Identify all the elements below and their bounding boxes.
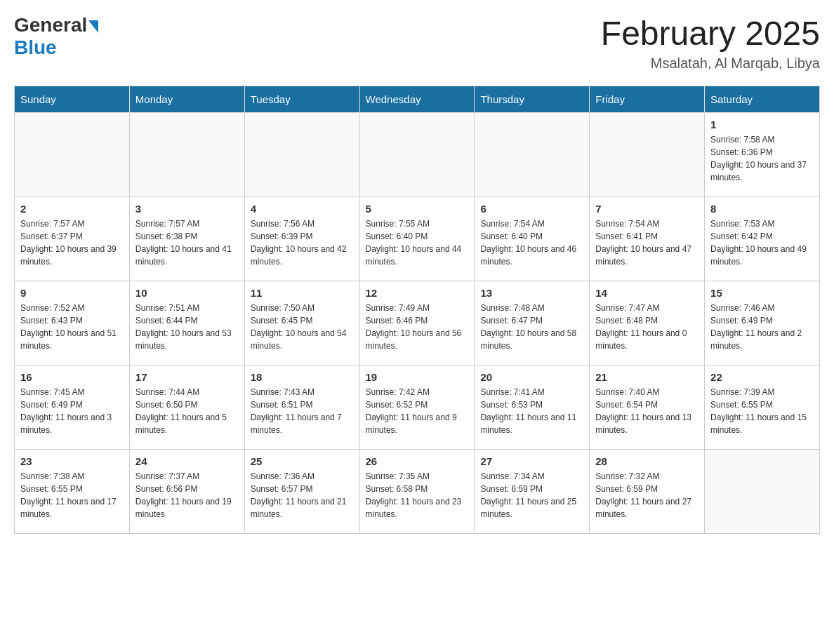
calendar-cell	[244, 113, 359, 197]
calendar-cell: 14Sunrise: 7:47 AMSunset: 6:48 PMDayligh…	[590, 281, 705, 365]
day-info: Sunrise: 7:50 AMSunset: 6:45 PMDaylight:…	[251, 302, 354, 352]
day-number: 22	[710, 371, 814, 383]
day-info: Sunrise: 7:46 AMSunset: 6:49 PMDaylight:…	[710, 302, 814, 352]
day-info: Sunrise: 7:57 AMSunset: 6:37 PMDaylight:…	[20, 217, 124, 268]
day-number: 8	[710, 203, 814, 215]
day-number: 12	[366, 287, 469, 299]
day-info: Sunrise: 7:52 AMSunset: 6:43 PMDaylight:…	[20, 302, 124, 352]
calendar-subtitle: Msalatah, Al Marqab, Libya	[601, 55, 820, 72]
day-info: Sunrise: 7:37 AMSunset: 6:56 PMDaylight:…	[135, 470, 239, 521]
day-number: 13	[480, 287, 583, 299]
day-number: 5	[366, 203, 469, 215]
weekday-header-thursday: Thursday	[475, 86, 590, 113]
weekday-header-monday: Monday	[129, 86, 244, 113]
day-info: Sunrise: 7:43 AMSunset: 6:51 PMDaylight:…	[251, 386, 354, 436]
calendar-cell: 9Sunrise: 7:52 AMSunset: 6:43 PMDaylight…	[15, 281, 130, 365]
day-info: Sunrise: 7:34 AMSunset: 6:59 PMDaylight:…	[480, 470, 583, 521]
weekday-header-tuesday: Tuesday	[244, 86, 359, 113]
day-info: Sunrise: 7:35 AMSunset: 6:58 PMDaylight:…	[366, 470, 469, 521]
calendar-cell	[590, 113, 705, 197]
day-number: 16	[20, 371, 124, 383]
calendar-cell: 23Sunrise: 7:38 AMSunset: 6:55 PMDayligh…	[15, 450, 130, 534]
calendar-cell: 8Sunrise: 7:53 AMSunset: 6:42 PMDaylight…	[705, 197, 820, 281]
weekday-header-friday: Friday	[590, 86, 705, 113]
day-number: 14	[595, 287, 699, 299]
calendar-cell: 24Sunrise: 7:37 AMSunset: 6:56 PMDayligh…	[129, 450, 244, 534]
day-number: 7	[595, 203, 699, 215]
calendar-cell: 20Sunrise: 7:41 AMSunset: 6:53 PMDayligh…	[475, 365, 590, 450]
calendar-cell: 25Sunrise: 7:36 AMSunset: 6:57 PMDayligh…	[244, 450, 359, 534]
day-info: Sunrise: 7:56 AMSunset: 6:39 PMDaylight:…	[251, 217, 354, 268]
day-info: Sunrise: 7:53 AMSunset: 6:42 PMDaylight:…	[710, 217, 814, 268]
day-number: 17	[135, 371, 239, 383]
day-number: 11	[251, 287, 354, 299]
calendar-cell	[475, 113, 590, 197]
calendar-cell: 3Sunrise: 7:57 AMSunset: 6:38 PMDaylight…	[129, 197, 244, 281]
day-info: Sunrise: 7:39 AMSunset: 6:55 PMDaylight:…	[710, 386, 814, 436]
day-info: Sunrise: 7:45 AMSunset: 6:49 PMDaylight:…	[20, 386, 124, 436]
calendar-table: SundayMondayTuesdayWednesdayThursdayFrid…	[14, 86, 820, 534]
calendar-cell: 16Sunrise: 7:45 AMSunset: 6:49 PMDayligh…	[15, 365, 130, 450]
day-number: 24	[135, 455, 239, 467]
day-number: 28	[595, 455, 699, 467]
week-row-2: 2Sunrise: 7:57 AMSunset: 6:37 PMDaylight…	[15, 197, 820, 281]
weekday-header-wednesday: Wednesday	[359, 86, 475, 113]
calendar-cell: 15Sunrise: 7:46 AMSunset: 6:49 PMDayligh…	[705, 281, 820, 365]
calendar-cell: 28Sunrise: 7:32 AMSunset: 6:59 PMDayligh…	[590, 450, 705, 534]
day-number: 21	[595, 371, 699, 383]
day-number: 18	[251, 371, 354, 383]
calendar-cell	[705, 450, 820, 534]
day-info: Sunrise: 7:54 AMSunset: 6:40 PMDaylight:…	[480, 217, 583, 268]
calendar-cell	[129, 113, 244, 197]
calendar-cell: 18Sunrise: 7:43 AMSunset: 6:51 PMDayligh…	[244, 365, 359, 450]
week-row-5: 23Sunrise: 7:38 AMSunset: 6:55 PMDayligh…	[15, 450, 820, 534]
day-number: 15	[710, 287, 814, 299]
day-info: Sunrise: 7:55 AMSunset: 6:40 PMDaylight:…	[366, 217, 469, 268]
day-info: Sunrise: 7:40 AMSunset: 6:54 PMDaylight:…	[595, 386, 699, 436]
week-row-1: 1Sunrise: 7:58 AMSunset: 6:36 PMDaylight…	[15, 113, 820, 197]
day-number: 20	[480, 371, 583, 383]
calendar-cell	[15, 113, 130, 197]
day-info: Sunrise: 7:42 AMSunset: 6:52 PMDaylight:…	[366, 386, 469, 436]
day-number: 6	[480, 203, 583, 215]
calendar-cell: 7Sunrise: 7:54 AMSunset: 6:41 PMDaylight…	[590, 197, 705, 281]
week-row-4: 16Sunrise: 7:45 AMSunset: 6:49 PMDayligh…	[15, 365, 820, 450]
logo-arrow-icon	[88, 20, 98, 33]
calendar-cell: 12Sunrise: 7:49 AMSunset: 6:46 PMDayligh…	[359, 281, 475, 365]
day-number: 3	[135, 203, 239, 215]
day-info: Sunrise: 7:49 AMSunset: 6:46 PMDaylight:…	[366, 302, 469, 352]
calendar-cell: 27Sunrise: 7:34 AMSunset: 6:59 PMDayligh…	[475, 450, 590, 534]
day-number: 19	[366, 371, 469, 383]
calendar-cell: 10Sunrise: 7:51 AMSunset: 6:44 PMDayligh…	[129, 281, 244, 365]
title-section: February 2025 Msalatah, Al Marqab, Libya	[601, 14, 820, 72]
day-number: 9	[20, 287, 124, 299]
day-info: Sunrise: 7:51 AMSunset: 6:44 PMDaylight:…	[135, 302, 239, 352]
day-number: 1	[710, 119, 814, 130]
day-info: Sunrise: 7:36 AMSunset: 6:57 PMDaylight:…	[251, 470, 354, 521]
day-number: 27	[480, 455, 583, 467]
calendar-cell: 1Sunrise: 7:58 AMSunset: 6:36 PMDaylight…	[705, 113, 820, 197]
day-number: 10	[135, 287, 239, 299]
calendar-cell: 2Sunrise: 7:57 AMSunset: 6:37 PMDaylight…	[15, 197, 130, 281]
calendar-cell: 26Sunrise: 7:35 AMSunset: 6:58 PMDayligh…	[359, 450, 475, 534]
logo-blue-text: Blue	[14, 36, 57, 59]
day-info: Sunrise: 7:38 AMSunset: 6:55 PMDaylight:…	[20, 470, 124, 521]
calendar-cell: 21Sunrise: 7:40 AMSunset: 6:54 PMDayligh…	[590, 365, 705, 450]
day-number: 25	[251, 455, 354, 467]
calendar-cell: 13Sunrise: 7:48 AMSunset: 6:47 PMDayligh…	[475, 281, 590, 365]
calendar-cell: 11Sunrise: 7:50 AMSunset: 6:45 PMDayligh…	[244, 281, 359, 365]
day-number: 23	[20, 455, 124, 467]
day-number: 26	[366, 455, 469, 467]
weekday-header-row: SundayMondayTuesdayWednesdayThursdayFrid…	[15, 86, 820, 113]
day-info: Sunrise: 7:58 AMSunset: 6:36 PMDaylight:…	[710, 133, 814, 184]
weekday-header-saturday: Saturday	[705, 86, 820, 113]
day-info: Sunrise: 7:54 AMSunset: 6:41 PMDaylight:…	[595, 217, 699, 268]
day-info: Sunrise: 7:47 AMSunset: 6:48 PMDaylight:…	[595, 302, 699, 352]
week-row-3: 9Sunrise: 7:52 AMSunset: 6:43 PMDaylight…	[15, 281, 820, 365]
day-number: 4	[251, 203, 354, 215]
calendar-cell: 5Sunrise: 7:55 AMSunset: 6:40 PMDaylight…	[359, 197, 475, 281]
calendar-cell: 6Sunrise: 7:54 AMSunset: 6:40 PMDaylight…	[475, 197, 590, 281]
calendar-title: February 2025	[601, 14, 820, 53]
calendar-cell	[359, 113, 475, 197]
day-info: Sunrise: 7:48 AMSunset: 6:47 PMDaylight:…	[480, 302, 583, 352]
